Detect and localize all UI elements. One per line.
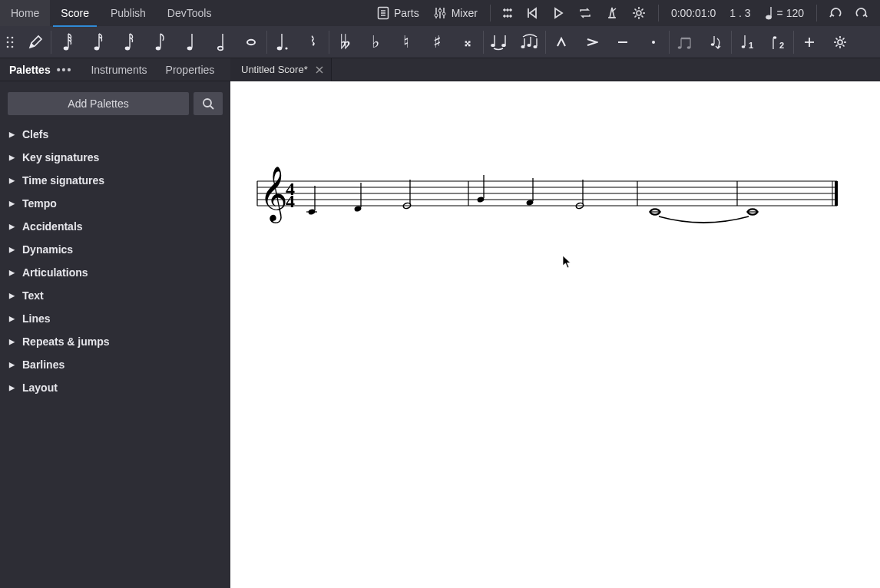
- mixer-button[interactable]: Mixer: [427, 0, 484, 26]
- double-flat-icon: 𝄫: [340, 32, 350, 52]
- svg-text:4: 4: [286, 191, 295, 211]
- svg-line-24: [634, 9, 636, 11]
- sharp-button[interactable]: ♯: [422, 26, 452, 58]
- svg-point-11: [507, 9, 509, 12]
- note-input-mode-button[interactable]: [20, 26, 51, 58]
- close-icon[interactable]: [314, 64, 325, 75]
- palette-item-time-signatures[interactable]: ▶Time signatures: [0, 169, 230, 192]
- double-sharp-button[interactable]: 𝄪: [452, 26, 483, 58]
- note-16th-button[interactable]: [113, 26, 144, 58]
- svg-point-70: [711, 43, 715, 45]
- palette-item-clefs[interactable]: ▶Clefs: [0, 123, 230, 146]
- rewind-button[interactable]: [520, 0, 544, 26]
- tab-home[interactable]: Home: [0, 0, 50, 26]
- svg-point-55: [501, 44, 506, 47]
- document-tabs: Untitled Score*: [230, 58, 880, 81]
- add-palettes-button[interactable]: Add Palettes: [8, 92, 189, 115]
- loop-button[interactable]: [572, 0, 598, 26]
- marcato-button[interactable]: [546, 26, 577, 58]
- svg-point-63: [652, 41, 655, 44]
- tab-score[interactable]: Score: [50, 0, 100, 26]
- tab-home-label: Home: [11, 7, 39, 19]
- grip-icon-button[interactable]: [497, 0, 518, 26]
- tab-instruments[interactable]: Instruments: [81, 58, 156, 81]
- slur-button[interactable]: [514, 26, 545, 58]
- tab-publish[interactable]: Publish: [100, 0, 157, 26]
- palette-label: Accidentals: [22, 220, 83, 233]
- tuplet-button[interactable]: [670, 26, 700, 58]
- add-button[interactable]: [794, 26, 825, 58]
- note-32nd-button[interactable]: [82, 26, 113, 58]
- palette-item-lines[interactable]: ▶Lines: [0, 307, 230, 330]
- flat-button[interactable]: ♭: [360, 26, 391, 58]
- undo-button[interactable]: [823, 0, 848, 26]
- accent-icon: [586, 38, 598, 47]
- palette-label: Barlines: [22, 358, 65, 371]
- redo-button[interactable]: [849, 0, 874, 26]
- note-8th-icon: [153, 32, 165, 52]
- dot-icon: [276, 32, 289, 52]
- search-palettes-button[interactable]: [194, 92, 223, 115]
- tuplet-icon: [677, 34, 693, 51]
- parts-button[interactable]: Parts: [371, 0, 425, 26]
- tab-palettes-label: Palettes: [9, 64, 51, 76]
- dot-button[interactable]: [267, 26, 298, 58]
- topbar: Home Score Publish DevTools Parts Mixer: [0, 0, 880, 26]
- note-8th-button[interactable]: [144, 26, 174, 58]
- svg-point-14: [507, 15, 509, 18]
- score-canvas[interactable]: 𝄞 4 4: [230, 81, 880, 588]
- playback-settings-button[interactable]: [626, 0, 652, 26]
- staccato-button[interactable]: [638, 26, 669, 58]
- natural-button[interactable]: ♮: [391, 26, 422, 58]
- drag-handle[interactable]: [0, 26, 20, 58]
- accent-button[interactable]: [577, 26, 607, 58]
- note-whole-button[interactable]: [236, 26, 266, 58]
- palette-item-barlines[interactable]: ▶Barlines: [0, 353, 230, 376]
- double-flat-button[interactable]: 𝄫: [329, 26, 360, 58]
- more-icon[interactable]: •••: [57, 64, 73, 76]
- svg-point-50: [277, 46, 283, 50]
- rest-button[interactable]: [298, 26, 329, 58]
- svg-point-29: [766, 15, 771, 19]
- svg-point-13: [504, 15, 506, 18]
- tab-palettes[interactable]: Palettes •••: [0, 58, 81, 81]
- note-half-button[interactable]: [205, 26, 236, 58]
- svg-point-59: [527, 44, 531, 47]
- rest-icon: [309, 34, 318, 51]
- metronome-button[interactable]: [600, 0, 624, 26]
- tenuto-button[interactable]: [607, 26, 638, 58]
- tab-devtools[interactable]: DevTools: [157, 0, 223, 26]
- toolbar-settings-button[interactable]: [825, 26, 855, 58]
- plus-icon: [803, 36, 815, 48]
- pencil-icon: [28, 35, 43, 50]
- palette-label: Clefs: [22, 128, 48, 140]
- note-64th-button[interactable]: [51, 26, 82, 58]
- document-tab[interactable]: Untitled Score*: [230, 58, 332, 81]
- svg-point-9: [442, 12, 445, 15]
- triangle-icon: ▶: [9, 130, 15, 138]
- palette-label: Key signatures: [22, 151, 99, 164]
- time-readout: 0:00:01:0: [665, 0, 722, 26]
- voice-1-button[interactable]: 1: [732, 26, 763, 58]
- svg-point-34: [7, 45, 9, 48]
- tie-button[interactable]: [484, 26, 514, 58]
- sidebar-tabs: Palettes ••• Instruments Properties: [0, 58, 230, 81]
- palette-item-layout[interactable]: ▶Layout: [0, 376, 230, 399]
- note-quarter-button[interactable]: [174, 26, 205, 58]
- flip-button[interactable]: [700, 26, 731, 58]
- tab-score-label: Score: [61, 7, 89, 19]
- palette-item-repeats[interactable]: ▶Repeats & jumps: [0, 330, 230, 353]
- tab-properties-label: Properties: [166, 64, 215, 76]
- palette-item-key-signatures[interactable]: ▶Key signatures: [0, 146, 230, 169]
- palette-item-articulations[interactable]: ▶Articulations: [0, 261, 230, 284]
- voice-2-button[interactable]: 2: [763, 26, 793, 58]
- play-button[interactable]: [546, 0, 571, 26]
- palette-item-accidentals[interactable]: ▶Accidentals: [0, 215, 230, 238]
- palette-item-dynamics[interactable]: ▶Dynamics: [0, 238, 230, 261]
- palette-item-text[interactable]: ▶Text: [0, 284, 230, 307]
- note-16th-icon: [122, 32, 134, 52]
- tempo-display[interactable]: = 120: [759, 0, 810, 26]
- palette-item-tempo[interactable]: ▶Tempo: [0, 192, 230, 215]
- svg-point-7: [435, 14, 438, 17]
- tab-properties[interactable]: Properties: [157, 58, 224, 81]
